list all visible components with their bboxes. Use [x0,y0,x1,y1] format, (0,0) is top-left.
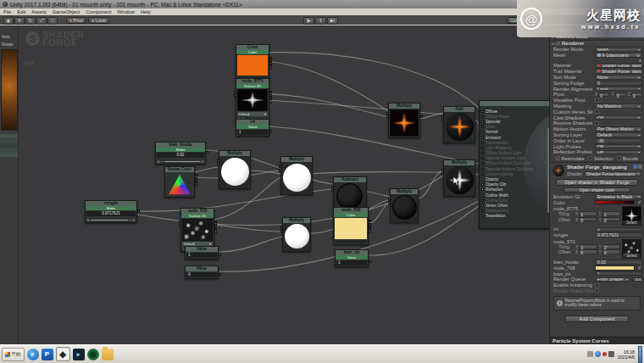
int-field[interactable]: 1 [595,227,642,232]
sf-node-multiply-1[interactable]: Multiply [219,150,251,189]
input-ports[interactable] [179,221,181,226]
port-r[interactable] [269,57,272,59]
port-b[interactable] [269,64,272,66]
particle-system-curves-bar[interactable]: Particle System Curves [550,337,644,344]
preset-icon[interactable] [633,165,637,169]
input-ports[interactable] [386,112,389,118]
rongjie-field[interactable]: 0.9717621 [595,232,642,237]
port-g[interactable] [214,224,217,226]
port-b[interactable] [331,189,334,192]
add-component-button[interactable]: Add Component [565,316,629,322]
output-ports[interactable] [206,151,208,154]
axis-field[interactable]: 1 [579,211,597,216]
hand-tool-icon[interactable]: ◉ [3,17,14,25]
eyedropper-icon[interactable]: ╱ [636,200,642,205]
slider-row[interactable]: 0 1 [86,217,136,222]
axis-field[interactable]: 0 [598,92,609,98]
tray-volume-icon[interactable] [608,351,614,357]
render-mode-dropdown[interactable]: Mesh▾ [595,47,642,53]
masking-dropdown[interactable]: No Masking▾ [595,103,642,109]
input-port[interactable] [481,215,484,217]
sf-node-int[interactable]: int Value 1 [236,119,269,137]
sf-node-multiply-3[interactable]: Multiply [282,217,311,252]
scale-tool-icon[interactable]: ⤢ [36,17,47,25]
port-b[interactable] [369,226,371,229]
port-g[interactable] [369,223,371,226]
move-tool-icon[interactable]: ✛ [14,17,25,25]
port-b[interactable] [386,115,389,118]
input-port[interactable] [481,126,484,128]
port-a[interactable] [441,115,444,118]
slider-track[interactable] [91,220,130,221]
left-label-auto[interactable]: Auto [0,35,18,39]
texture-default-dropdown[interactable]: Default ▾ [237,112,268,116]
texture-select-button[interactable]: Select [623,254,641,258]
tray-clock[interactable]: 16:18 2021/4/6 [616,349,636,360]
port-out[interactable] [269,130,272,132]
port-a[interactable] [331,186,334,188]
double-sided-global-illumination-checkbox[interactable] [595,288,599,293]
slider-value[interactable]: 0.9717621 [86,211,136,216]
color-swatch[interactable] [237,55,268,75]
inspector-module-renderer[interactable]: ▾✓Renderer [550,40,644,47]
bian-houdu-field[interactable]: 0.02 [595,260,642,265]
rotate-tool-icon[interactable]: ↻ [25,17,36,25]
texture-thumbnail[interactable]: Select [622,239,641,259]
visualize-pivot-checkbox[interactable] [595,98,599,103]
menu-component[interactable]: Component [86,9,111,14]
list-item[interactable] [0,139,18,143]
input-port[interactable] [481,131,484,133]
output-ports[interactable] [219,273,221,276]
port-a[interactable] [214,231,217,233]
input-port[interactable] [481,173,484,176]
input-ports[interactable] [279,165,281,171]
port-r[interactable] [214,221,217,223]
input-port[interactable] [481,178,484,181]
slider-row[interactable]: 0 1 [156,159,205,164]
color-swatch[interactable] [335,218,367,239]
tray-alert-icon[interactable] [602,352,607,356]
axis-field[interactable]: 0 [579,217,597,222]
toggle-bounds[interactable]: Bounds [617,156,638,161]
port-a[interactable] [441,169,444,171]
menu-file[interactable]: File [3,9,11,14]
open-shader-in-shader-forge-button[interactable]: Open shader in Shader Forge [556,179,638,186]
order-in-layer-field[interactable]: -30 [595,138,642,143]
input-port[interactable] [481,188,484,191]
port-a[interactable] [388,198,391,200]
sf-node-bian-houdu[interactable]: bian_houdu Slider 0.02 0 1 [155,142,206,165]
menu-gameobject[interactable]: GameObject [53,9,80,14]
foldout-arrow-icon[interactable]: ▾ [552,42,554,46]
input-port[interactable] [481,115,484,118]
port-mip[interactable] [179,224,181,226]
sf-node-vertex-color[interactable]: Vertex Color [164,166,195,198]
port-b[interactable] [195,181,197,183]
input-port[interactable] [481,142,484,144]
input-port[interactable] [481,147,484,149]
port-r[interactable] [369,220,371,222]
input-ports[interactable] [331,186,334,192]
port-b[interactable] [217,163,219,165]
input-port[interactable] [481,157,484,159]
axis-field[interactable]: 1 [602,211,620,216]
sf-node-value-1[interactable]: Value 1 [185,246,219,260]
light-probes-dropdown[interactable]: Off▾ [595,144,642,149]
main-input-tessellation[interactable]: Tessellation [481,214,549,219]
input-port[interactable] [481,194,484,197]
enable-instancing-checkbox[interactable] [595,283,599,288]
show-desktop-button[interactable] [638,346,642,363]
value-field[interactable]: 0 [186,272,217,277]
pause-button[interactable]: ‖ [315,17,326,25]
slider-track[interactable] [161,161,199,162]
port-out[interactable] [420,115,423,118]
axis-field[interactable]: 0 [631,92,642,98]
input-port[interactable] [481,199,484,202]
sort-mode-dropdown[interactable]: None▾ [595,75,642,80]
input-port[interactable] [481,168,484,170]
port-a[interactable] [269,101,272,103]
pivot-toggle[interactable]: Pivot [66,17,86,24]
tray-printer-icon[interactable] [587,351,593,357]
motion-vectors-dropdown[interactable]: Per Object Motion▾ [595,126,642,131]
port-out[interactable] [369,260,371,263]
sf-node-multiply-2[interactable]: Multiply [280,156,313,195]
